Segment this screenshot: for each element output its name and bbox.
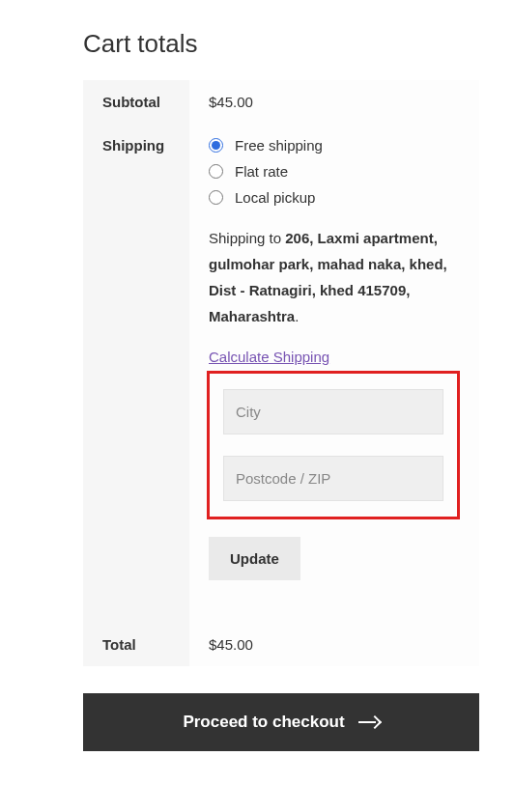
shipping-option-flat[interactable]: Flat rate [209,163,460,180]
postcode-input[interactable] [223,456,443,501]
subtotal-label: Subtotal [83,80,189,124]
checkout-button-label: Proceed to checkout [183,713,344,732]
shipping-radio-flat[interactable] [209,164,223,179]
shipping-label: Shipping [83,124,189,623]
shipping-option-free[interactable]: Free shipping [209,137,460,154]
shipping-option-local[interactable]: Local pickup [209,189,460,206]
shipping-option-label: Flat rate [235,163,288,180]
cart-totals-table: Subtotal $45.00 Shipping Free shipping F… [83,80,479,666]
city-input[interactable] [223,389,443,434]
shipping-inputs-highlight [207,371,460,519]
shipping-radio-free[interactable] [209,138,223,153]
cart-totals-heading: Cart totals [83,29,479,59]
shipping-radio-local[interactable] [209,190,223,205]
shipping-option-label: Local pickup [235,189,315,206]
total-label: Total [83,623,189,666]
total-row: Total $45.00 [83,623,479,666]
shipping-options-list: Free shipping Flat rate Local pickup [209,137,460,206]
shipping-dest-prefix: Shipping to [209,230,285,246]
shipping-row: Shipping Free shipping Flat rate [83,124,479,623]
total-value: $45.00 [189,623,479,666]
shipping-destination: Shipping to 206, Laxmi apartment, gulmoh… [209,225,460,329]
subtotal-value: $45.00 [189,80,479,124]
arrow-right-icon [358,716,380,728]
calculate-shipping-link[interactable]: Calculate Shipping [209,349,329,365]
update-button[interactable]: Update [209,537,300,580]
shipping-option-label: Free shipping [235,137,323,154]
subtotal-row: Subtotal $45.00 [83,80,479,124]
proceed-to-checkout-button[interactable]: Proceed to checkout [83,693,479,751]
